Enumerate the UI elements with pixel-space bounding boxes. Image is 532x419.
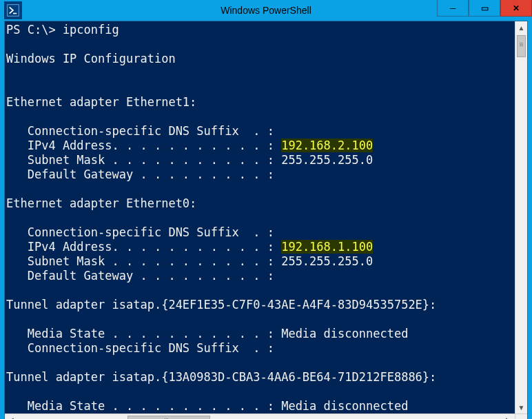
scrollbar-corner — [515, 414, 527, 419]
scroll-up-arrow-icon[interactable]: ▲ — [515, 21, 527, 34]
highlighted-ip: 192.168.1.100 — [281, 240, 373, 254]
scroll-down-arrow-icon[interactable]: ▼ — [515, 401, 527, 413]
highlighted-ip: 192.168.2.100 — [281, 139, 373, 152]
vertical-scrollbar[interactable]: ▲ ▼ — [515, 21, 527, 413]
horizontal-scrollbar[interactable]: ◀ ▶ — [5, 413, 527, 419]
titlebar[interactable]: Windows PowerShell ─ ▭ ✕ — [0, 0, 532, 21]
powershell-window: Windows PowerShell ─ ▭ ✕ PS C:\> ipconfi… — [0, 0, 532, 419]
maximize-button[interactable]: ▭ — [469, 0, 500, 17]
window-title: Windows PowerShell — [221, 5, 311, 16]
close-button[interactable]: ✕ — [500, 0, 532, 17]
window-controls: ─ ▭ ✕ — [437, 0, 532, 17]
scroll-track[interactable] — [515, 34, 527, 401]
console-output[interactable]: PS C:\> ipconfig Windows IP Configuratio… — [5, 21, 515, 413]
client-area: PS C:\> ipconfig Windows IP Configuratio… — [4, 21, 528, 419]
minimize-button[interactable]: ─ — [437, 0, 469, 17]
powershell-icon — [4, 1, 22, 19]
scroll-track[interactable] — [17, 414, 502, 419]
scroll-left-arrow-icon[interactable]: ◀ — [5, 414, 17, 419]
scroll-thumb[interactable] — [127, 416, 210, 419]
scroll-right-arrow-icon[interactable]: ▶ — [502, 414, 515, 419]
scroll-thumb[interactable] — [517, 35, 526, 57]
